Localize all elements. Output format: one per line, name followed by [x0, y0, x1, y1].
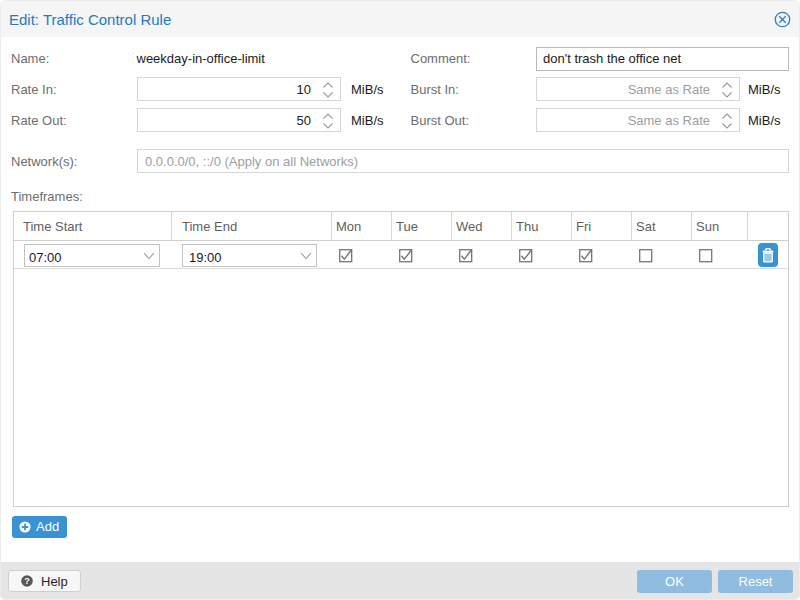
svg-text:?: ?	[24, 576, 30, 586]
